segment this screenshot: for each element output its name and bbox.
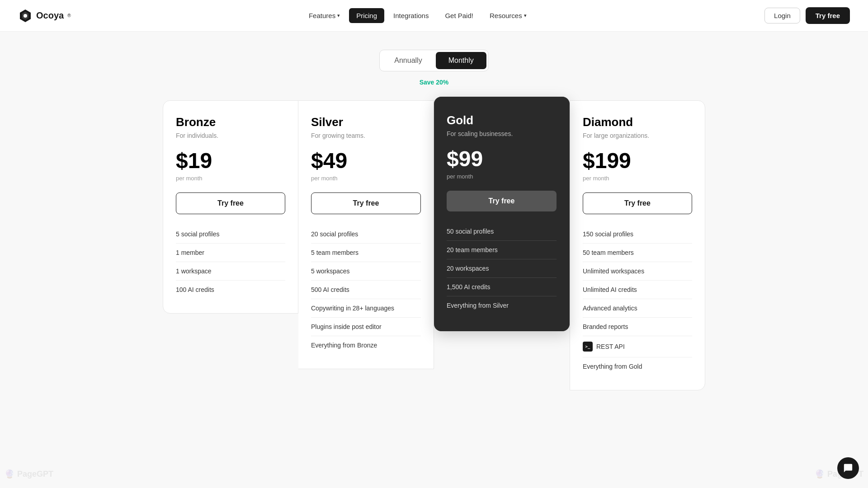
gold-feature-3: 1,500 AI credits (447, 278, 557, 296)
diamond-feature-3: Unlimited AI credits (583, 281, 692, 299)
nav-get-paid[interactable]: Get Paid! (438, 8, 481, 23)
gold-feature-4: Everything from Silver (447, 296, 557, 314)
bronze-feature-1: 1 member (176, 244, 285, 262)
nav-features[interactable]: Features▾ (302, 8, 347, 23)
plan-gold-name: Gold (447, 113, 557, 127)
billing-toggle: Annually Monthly (379, 50, 488, 71)
plan-gold-features: 50 social profiles 20 team members 20 wo… (447, 222, 557, 314)
plan-silver-name: Silver (311, 115, 421, 129)
bronze-feature-3: 100 AI credits (176, 281, 285, 299)
diamond-feature-0: 150 social profiles (583, 225, 692, 244)
plan-gold: Gold For scaling businesses. $99 per mon… (434, 97, 570, 331)
chat-icon (843, 463, 853, 473)
plan-bronze-tagline: For individuals. (176, 132, 285, 139)
rest-api-icon: >_ (583, 342, 593, 352)
main-content: Annually Monthly Save 20% Bronze For ind… (0, 32, 868, 418)
login-button[interactable]: Login (764, 8, 800, 23)
pricing-grid: Bronze For individuals. $19 per month Tr… (163, 100, 705, 390)
chat-widget[interactable] (837, 457, 859, 479)
plan-bronze-price: $19 (176, 148, 285, 173)
plan-bronze-name: Bronze (176, 115, 285, 129)
header-actions: Login Try free (764, 7, 850, 24)
plan-silver-price: $49 (311, 148, 421, 173)
plan-silver-cta[interactable]: Try free (311, 192, 421, 214)
svg-point-2 (24, 14, 27, 18)
brand-trademark: ® (67, 13, 71, 18)
silver-feature-2: 5 workspaces (311, 262, 421, 281)
diamond-feature-5: Branded reports (583, 318, 692, 336)
plan-gold-tagline: For scaling businesses. (447, 130, 557, 137)
toggle-monthly[interactable]: Monthly (436, 52, 486, 69)
silver-feature-4: Copywriting in 28+ languages (311, 299, 421, 318)
gold-feature-2: 20 workspaces (447, 259, 557, 278)
nav-pricing[interactable]: Pricing (349, 8, 384, 23)
plan-silver-features: 20 social profiles 5 team members 5 work… (311, 225, 421, 354)
plan-diamond: Diamond For large organizations. $199 pe… (570, 100, 705, 390)
plan-silver-tagline: For growing teams. (311, 132, 421, 139)
plan-diamond-tagline: For large organizations. (583, 132, 692, 139)
plan-bronze-cta[interactable]: Try free (176, 192, 285, 214)
silver-feature-5: Plugins inside post editor (311, 318, 421, 336)
diamond-feature-6: >_ REST API (583, 336, 692, 357)
bronze-feature-2: 1 workspace (176, 262, 285, 281)
bronze-feature-0: 5 social profiles (176, 225, 285, 244)
silver-feature-6: Everything from Bronze (311, 336, 421, 354)
gold-feature-1: 20 team members (447, 241, 557, 259)
try-free-header-button[interactable]: Try free (806, 7, 850, 24)
silver-feature-3: 500 AI credits (311, 281, 421, 299)
plan-diamond-name: Diamond (583, 115, 692, 129)
plan-gold-price: $99 (447, 146, 557, 171)
brand-name: Ocoya (36, 10, 64, 21)
plan-silver-period: per month (311, 175, 421, 182)
logo-icon (18, 9, 33, 23)
plan-diamond-period: per month (583, 175, 692, 182)
silver-feature-0: 20 social profiles (311, 225, 421, 244)
plan-gold-cta[interactable]: Try free (447, 191, 557, 211)
gold-feature-0: 50 social profiles (447, 222, 557, 241)
billing-toggle-container: Annually Monthly (27, 50, 841, 71)
diamond-feature-7: Everything from Gold (583, 357, 692, 375)
diamond-feature-2: Unlimited workspaces (583, 262, 692, 281)
plan-silver: Silver For growing teams. $49 per month … (298, 100, 434, 369)
diamond-feature-4: Advanced analytics (583, 299, 692, 318)
toggle-annually[interactable]: Annually (382, 52, 434, 69)
plan-bronze: Bronze For individuals. $19 per month Tr… (163, 100, 298, 314)
plan-diamond-cta[interactable]: Try free (583, 192, 692, 214)
nav-resources[interactable]: Resources▾ (482, 8, 534, 23)
plan-diamond-price: $199 (583, 148, 692, 173)
silver-feature-1: 5 team members (311, 244, 421, 262)
plan-gold-period: per month (447, 173, 557, 180)
logo[interactable]: Ocoya® (18, 9, 71, 23)
plan-bronze-features: 5 social profiles 1 member 1 workspace 1… (176, 225, 285, 299)
header: Ocoya® Features▾ Pricing Integrations Ge… (0, 0, 868, 32)
watermark-bl: 🔮PageGPT (5, 469, 53, 479)
main-nav: Features▾ Pricing Integrations Get Paid!… (302, 8, 534, 23)
diamond-feature-1: 50 team members (583, 244, 692, 262)
save-label: Save 20% (27, 79, 841, 86)
plan-diamond-features: 150 social profiles 50 team members Unli… (583, 225, 692, 375)
plan-bronze-period: per month (176, 175, 285, 182)
nav-integrations[interactable]: Integrations (386, 8, 436, 23)
